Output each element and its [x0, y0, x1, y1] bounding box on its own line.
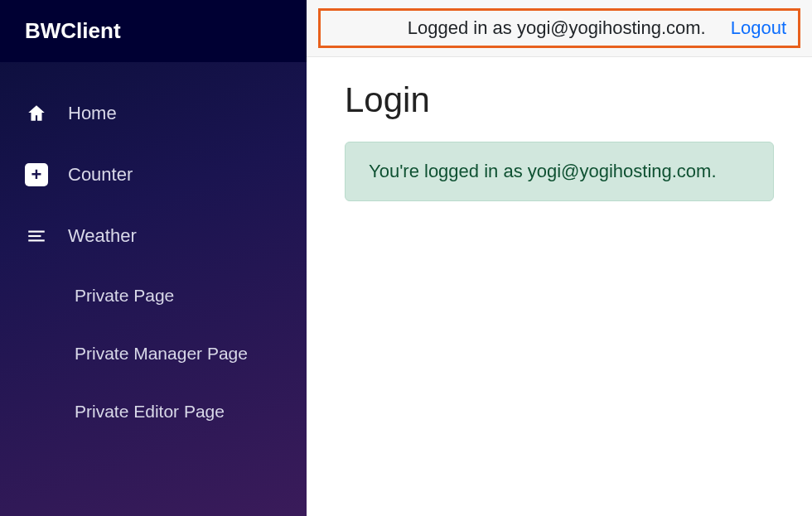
sidebar-item-home[interactable]: Home: [0, 87, 307, 140]
sidebar-item-label: Weather: [68, 225, 137, 247]
plus-icon: +: [25, 163, 48, 186]
logged-in-text: Logged in as yogi@yogihosting.com.: [408, 17, 706, 39]
sidebar-item-private-manager[interactable]: Private Manager Page: [0, 329, 307, 379]
sidebar-item-weather[interactable]: Weather: [0, 210, 307, 263]
sidebar-item-label: Private Manager Page: [75, 344, 248, 363]
nav: Home + Counter Weather Private Page Priv…: [0, 62, 307, 445]
sidebar-item-private-editor[interactable]: Private Editor Page: [0, 387, 307, 436]
sidebar-item-private-page[interactable]: Private Page: [0, 271, 307, 321]
main: Logged in as yogi@yogihosting.com. Logou…: [307, 0, 812, 516]
logout-link[interactable]: Logout: [731, 17, 786, 39]
list-icon: [25, 224, 48, 248]
topbar: Logged in as yogi@yogihosting.com. Logou…: [307, 0, 812, 57]
sidebar-item-label: Home: [68, 103, 117, 124]
svg-rect-0: [28, 231, 45, 233]
sidebar-item-label: Private Page: [75, 286, 174, 305]
svg-rect-1: [28, 235, 41, 237]
svg-rect-2: [28, 239, 45, 241]
topbar-highlighted: Logged in as yogi@yogihosting.com. Logou…: [318, 8, 800, 48]
brand-title[interactable]: BWClient: [0, 0, 307, 62]
sidebar: BWClient Home + Counter Weather Private …: [0, 0, 307, 516]
page-title: Login: [345, 80, 774, 120]
home-icon: [25, 102, 48, 125]
sidebar-item-label: Private Editor Page: [75, 402, 225, 421]
sidebar-item-label: Counter: [68, 164, 133, 186]
sidebar-item-counter[interactable]: + Counter: [0, 148, 307, 201]
alert-success: You're logged in as yogi@yogihosting.com…: [345, 142, 774, 201]
content: Login You're logged in as yogi@yogihosti…: [307, 57, 812, 224]
